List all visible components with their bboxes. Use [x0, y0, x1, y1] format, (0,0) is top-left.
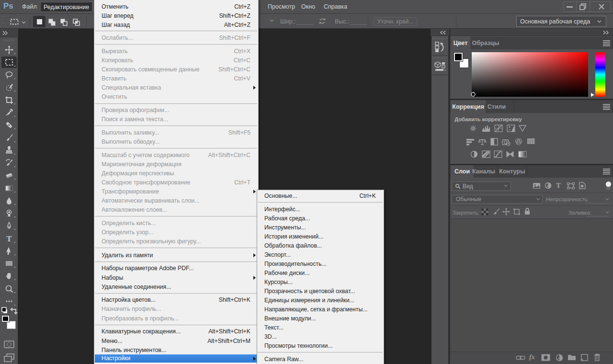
svg-text:T: T [6, 234, 12, 243]
